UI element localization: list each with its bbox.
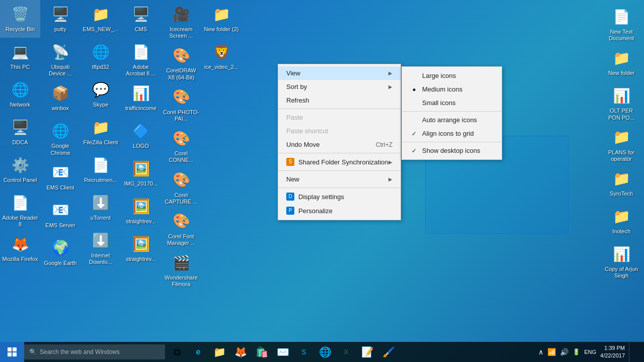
context-menu-shared-folder[interactable]: S Shared Folder Synchronization ▶ — [278, 155, 400, 169]
desktop-icon-straightrev2[interactable]: 🖼️ straightrev... — [121, 230, 161, 267]
desktop-icon-img-2017[interactable]: 🖼️ IMG_20170... — [121, 154, 161, 192]
taskbar-skype[interactable]: S — [294, 342, 314, 361]
tray-volume[interactable]: 🔊 — [560, 348, 569, 356]
desktop-icon-corel-capture[interactable]: 🎨 Corel CAPTURE ... — [161, 166, 201, 207]
desktop-icon-winbox[interactable]: 📦 winbox — [40, 79, 80, 117]
desktop-icon-wondershare[interactable]: 🎬 Wondershare Filmora — [161, 248, 201, 290]
submenu-sep1 — [402, 111, 502, 112]
desktop-icon-recycle-bin[interactable]: 🗑️ Recycle Bin — [0, 0, 40, 38]
tray-battery[interactable]: 🔋 — [573, 348, 580, 355]
desktop-icon-plans-operator[interactable]: 📁 PLANS for operator — [601, 123, 641, 164]
desktop-icon-new-folder-r[interactable]: 📁 New folder — [601, 44, 641, 81]
new-folder-2-label: New folder (2) — [204, 26, 238, 33]
submenu-medium-icons[interactable]: ● Medium icons — [402, 82, 502, 96]
desktop-icon-putty[interactable]: 🖥️ putty — [40, 0, 80, 38]
tftpd32-label: tftpd32 — [92, 64, 109, 70]
context-menu-sort-by[interactable]: Sort by ▶ — [278, 80, 400, 94]
tray-network[interactable]: 📶 — [547, 348, 556, 356]
google-chrome-icon: 🌐 — [50, 121, 70, 141]
taskbar-search-box[interactable]: 🔍 Search the web and Windows — [24, 344, 165, 359]
start-button[interactable] — [0, 342, 24, 362]
desktop-icon-network[interactable]: 🌐 Network — [0, 75, 40, 113]
submenu-align-grid[interactable]: ✓ Align icons to grid — [402, 127, 502, 140]
desktop-icon-coreldraw[interactable]: 🎨 CorelDRAW X8 (64-Bit) — [161, 41, 201, 82]
desktop-icon-logo[interactable]: 🔷 LOGO — [121, 117, 161, 154]
shared-folder-arrow: ▶ — [388, 159, 392, 165]
new-arrow: ▶ — [388, 176, 392, 182]
winbox-icon: 📦 — [50, 83, 70, 103]
desktop-icon-ddca[interactable]: 🖥️ DDCA — [0, 113, 40, 151]
taskbar-excel[interactable]: X — [336, 342, 356, 361]
desktop-icon-icecream[interactable]: 🎥 Icecream Screen ... — [161, 0, 201, 41]
desktop-icon-google-chrome[interactable]: 🌐 Google Chrome — [40, 117, 80, 158]
taskbar-explorer[interactable]: 📁 — [209, 342, 229, 361]
taskbar-task-view[interactable]: ⧉ — [167, 342, 187, 361]
taskbar-paint[interactable]: 🖌️ — [378, 342, 398, 361]
desktop-icon-ems-client[interactable]: 📧 EMS Client — [40, 158, 80, 196]
taskbar-clock[interactable]: 1:39 PM 4/22/2017 — [600, 344, 629, 360]
desktop-icon-straightrev[interactable]: 🖼️ straightrev... — [121, 192, 161, 230]
context-menu-undo-move[interactable]: Undo Move Ctrl+Z — [278, 138, 400, 151]
filezilla-icon: 📁 — [91, 117, 111, 137]
desktop-icon-new-folder-2[interactable]: 📁 New folder (2) — [201, 0, 242, 38]
taskbar-edge[interactable]: e — [188, 342, 208, 361]
desktop-icon-skype[interactable]: 💬 Skype — [80, 75, 121, 113]
desktop-icon-cms[interactable]: 🖥️ CMS — [121, 0, 161, 38]
desktop-icon-new-text[interactable]: 📄 New Text Document — [601, 3, 641, 44]
icecream-label: Icecream Screen ... — [163, 26, 199, 39]
context-menu-display-settings[interactable]: D Display settings — [278, 190, 400, 204]
desktop-icon-olt-per[interactable]: 📊 OLT PER PON PO... — [601, 81, 641, 123]
desktop-icon-ems-new[interactable]: 📁 EMS_NEW_... — [80, 0, 121, 38]
copy-arjun-icon: 📊 — [611, 244, 631, 264]
desktop-icon-corel-conne[interactable]: 🎨 Corel CONNE... — [161, 124, 201, 165]
taskbar-firefox[interactable]: 🦊 — [230, 342, 251, 361]
desktop-icon-trafficincome[interactable]: 📊 trafficincome — [121, 79, 161, 117]
desktop-icon-ems-server[interactable]: 📧 EMS Server — [40, 196, 80, 234]
desktop-icon-syrotech[interactable]: 📁 SyroTech — [601, 164, 641, 202]
context-menu-paste[interactable]: Paste — [278, 111, 400, 124]
img-2017-icon: 🖼️ — [131, 158, 151, 178]
ems-server-icon: 📧 — [50, 200, 70, 220]
desktop-icon-tftpd32[interactable]: 🌐 tftpd32 — [80, 38, 121, 75]
desktop-icon-copy-arjun[interactable]: 📊 Copy of Arjun Singh — [601, 240, 641, 281]
desktop-icon-inotech[interactable]: 📁 Inotech — [601, 202, 641, 240]
context-menu-new[interactable]: New ▶ — [278, 172, 400, 186]
desktop-icon-corel-font[interactable]: 🎨 Corel Font Manager ... — [161, 207, 201, 248]
trafficincome-icon: 📊 — [131, 83, 151, 103]
desktop-icon-recruitment[interactable]: 📄 Recruitmen... — [80, 151, 121, 189]
taskbar-store[interactable]: 🛍️ — [252, 342, 272, 361]
paste-shortcut-label: Paste shortcut — [286, 127, 328, 135]
shared-folder-icon: S — [286, 158, 294, 166]
desktop-icon-google-earth[interactable]: 🌍 Google Earth — [40, 234, 80, 272]
context-menu-refresh[interactable]: Refresh — [278, 94, 400, 107]
desktop-icon-ice-video[interactable]: 🦁 ice_video_2... — [201, 38, 242, 75]
context-menu-paste-shortcut[interactable]: Paste shortcut — [278, 124, 400, 138]
logo-icon: 🔷 — [131, 121, 151, 141]
taskbar-mail[interactable]: ✉️ — [273, 342, 293, 361]
desktop-icon-internet-download[interactable]: ⬇️ Internet Downlo... — [80, 226, 121, 267]
desktop-icon-corel-photo[interactable]: 🎨 Corel PHOTO-PAI... — [161, 83, 201, 124]
desktop-icon-control-panel[interactable]: ⚙️ Control Panel — [0, 151, 40, 189]
submenu-auto-arrange[interactable]: Auto arrange icons — [402, 113, 502, 127]
taskbar-chrome[interactable]: 🌐 — [315, 342, 335, 361]
show-desktop-btn[interactable] — [629, 342, 644, 362]
submenu-show-desktop[interactable]: ✓ Show desktop icons — [402, 144, 502, 157]
taskbar-sticky[interactable]: 📝 — [357, 342, 377, 361]
small-icons-label: Small icons — [422, 99, 455, 107]
context-menu-view[interactable]: View ▶ Large icons ● Medium icons Small … — [278, 66, 400, 80]
desktop-icon-adobe-reader[interactable]: 📄 Adobe Reader 8 — [0, 189, 40, 230]
desktop-icon-this-pc[interactable]: 💻 This PC — [0, 38, 40, 75]
desktop-icon-utorrent[interactable]: ⬇️ uTorrent — [80, 189, 121, 226]
desktop-icon-mozilla[interactable]: 🦊 Mozilla Firefox — [0, 230, 40, 267]
context-menu-personalize[interactable]: P Personalize — [278, 204, 400, 218]
copy-arjun-label: Copy of Arjun Singh — [603, 266, 639, 279]
submenu-small-icons[interactable]: Small icons — [402, 96, 502, 110]
desktop-icon-ubiquiti[interactable]: 📡 Ubiquiti Device ... — [40, 38, 80, 79]
submenu-large-icons[interactable]: Large icons — [402, 69, 502, 82]
desktop-icon-adobe-acrobat[interactable]: 📄 Adobe Acrobat 8 ... — [121, 38, 161, 79]
tray-keyboard[interactable]: ENG — [584, 349, 596, 355]
tray-chevron[interactable]: ∧ — [538, 348, 543, 356]
desktop-icon-filezilla[interactable]: 📁 FileZilla Client — [80, 113, 121, 151]
tftpd32-icon: 🌐 — [91, 42, 111, 62]
taskbar-apps-area: ⧉ e 📁 🦊 🛍️ ✉️ S 🌐 X 📝 🖌️ — [165, 342, 534, 362]
